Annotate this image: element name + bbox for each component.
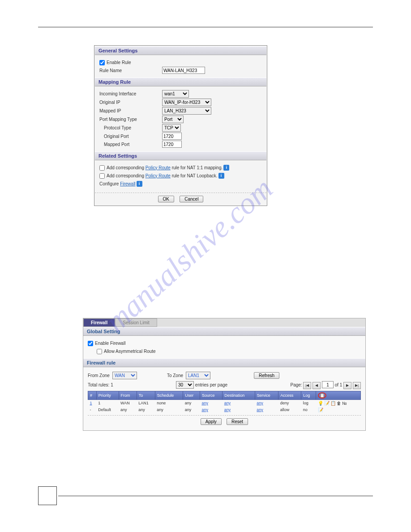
port-mapping-type-select[interactable]: Port bbox=[162, 116, 184, 123]
mapping-rule-header: Mapping Rule bbox=[95, 77, 266, 86]
col-from[interactable]: From bbox=[119, 391, 137, 399]
footer-box bbox=[38, 486, 57, 505]
to-zone-label: To Zone bbox=[167, 373, 183, 378]
protocol-type-label: Protocol Type bbox=[104, 125, 162, 130]
col-actions: 📋 bbox=[316, 391, 360, 399]
refresh-button[interactable]: Refresh bbox=[254, 372, 279, 379]
firewall-panel: Firewall Session Limit Global Setting En… bbox=[83, 318, 366, 431]
move-icon[interactable]: № bbox=[342, 401, 347, 406]
col-log[interactable]: Log bbox=[301, 391, 316, 399]
page-label: Page: bbox=[290, 382, 302, 387]
enable-firewall-label: Enable Firewall bbox=[95, 341, 125, 346]
table-row[interactable]: 1 1 WAN LAN1 none any any any any deny l… bbox=[88, 399, 361, 407]
row-actions: 💡📝📋🗑№ bbox=[316, 399, 360, 407]
nat-rule-panel: General Settings Enable Rule Rule Name M… bbox=[94, 45, 267, 206]
entries-per-page-label: entries per page bbox=[195, 382, 227, 387]
footer-rule bbox=[58, 496, 373, 496]
mapped-ip-label: Mapped IP bbox=[99, 108, 162, 113]
enable-firewall-checkbox[interactable] bbox=[88, 341, 93, 346]
original-ip-label: Original IP bbox=[99, 100, 162, 105]
pager-first-icon[interactable]: |◀ bbox=[303, 382, 311, 389]
copy-icon[interactable]: 📋 bbox=[330, 401, 336, 406]
col-priority[interactable]: Priority bbox=[96, 391, 119, 399]
allow-asymmetrical-label: Allow Asymmetrical Route bbox=[104, 349, 156, 354]
info-icon[interactable]: i bbox=[223, 165, 229, 171]
related-settings-header: Related Settings bbox=[95, 151, 266, 160]
page-input[interactable] bbox=[322, 381, 334, 388]
edit-icon[interactable]: 📝 bbox=[324, 401, 330, 406]
info-icon[interactable]: i bbox=[218, 173, 224, 179]
reset-button[interactable]: Reset bbox=[227, 418, 248, 425]
original-port-input[interactable] bbox=[162, 133, 182, 140]
mapped-port-input[interactable] bbox=[162, 141, 182, 148]
bulb-icon[interactable]: 💡 bbox=[318, 401, 323, 406]
configure-label: Configure bbox=[99, 181, 119, 186]
col-access[interactable]: Access bbox=[278, 391, 301, 399]
firewall-link[interactable]: Firewall bbox=[120, 181, 135, 186]
page-of-label: of 1 bbox=[335, 382, 342, 387]
add-loopback-checkbox[interactable] bbox=[99, 173, 105, 179]
firewall-rules-table: # Priority From To Schedule User Source … bbox=[88, 391, 361, 413]
policy-route-link-2[interactable]: Policy Route bbox=[146, 173, 171, 178]
mapped-port-label: Mapped Port bbox=[104, 142, 162, 147]
col-num[interactable]: # bbox=[88, 391, 97, 399]
to-zone-select[interactable]: LAN1 bbox=[186, 372, 210, 379]
edit-icon[interactable]: 📝 bbox=[318, 408, 323, 412]
col-source[interactable]: Source bbox=[200, 391, 222, 399]
mapped-ip-select[interactable]: LAN_H323 bbox=[162, 107, 211, 115]
apply-button[interactable]: Apply bbox=[201, 418, 222, 425]
loopback-suffix: rule for NAT Loopback. bbox=[172, 173, 218, 178]
original-port-label: Original Port bbox=[104, 134, 162, 139]
pager-prev-icon[interactable]: ◀ bbox=[313, 382, 321, 389]
policy-route-link-1[interactable]: Policy Route bbox=[146, 165, 171, 170]
add-nat11-label: Add corresponding bbox=[107, 165, 144, 170]
rule-name-label: Rule Name bbox=[99, 68, 162, 73]
pager-last-icon[interactable]: ▶| bbox=[353, 382, 361, 389]
incoming-interface-select[interactable]: wan1 bbox=[162, 90, 189, 98]
general-settings-header: General Settings bbox=[95, 46, 266, 55]
global-setting-header: Global Setting bbox=[83, 327, 365, 336]
port-mapping-type-label: Port Mapping Type bbox=[99, 117, 162, 122]
incoming-interface-label: Incoming Interface bbox=[99, 91, 162, 96]
col-schedule[interactable]: Schedule bbox=[155, 391, 183, 399]
protocol-type-select[interactable]: TCP bbox=[162, 124, 181, 132]
allow-asymmetrical-checkbox[interactable] bbox=[97, 349, 102, 354]
cancel-button[interactable]: Cancel bbox=[180, 196, 203, 202]
total-rules-label: Total rules: 1 bbox=[88, 382, 113, 387]
add-rule-icon[interactable]: 📋 bbox=[318, 392, 326, 399]
pager-next-icon[interactable]: ▶ bbox=[343, 382, 351, 389]
info-icon[interactable]: i bbox=[137, 181, 142, 187]
original-ip-select[interactable]: WAN_IP-for-H323 bbox=[162, 99, 211, 106]
entries-per-page-select[interactable]: 30 bbox=[176, 381, 194, 389]
add-nat11-checkbox[interactable] bbox=[99, 165, 105, 171]
col-to[interactable]: To bbox=[137, 391, 155, 399]
table-row[interactable]: - Default any any any any any any any al… bbox=[88, 407, 361, 413]
from-zone-select[interactable]: WAN bbox=[112, 372, 137, 379]
enable-rule-checkbox[interactable] bbox=[99, 60, 105, 65]
rule-name-input[interactable] bbox=[162, 67, 205, 74]
add-loopback-label: Add corresponding bbox=[107, 173, 144, 178]
firewall-rule-header: Firewall rule bbox=[83, 358, 365, 367]
ok-button[interactable]: OK bbox=[158, 196, 174, 202]
col-user[interactable]: User bbox=[183, 391, 200, 399]
enable-rule-label: Enable Rule bbox=[107, 60, 131, 65]
from-zone-label: From Zone bbox=[88, 373, 110, 378]
nat11-suffix: rule for NAT 1:1 mapping. bbox=[172, 165, 223, 170]
col-destination[interactable]: Destination bbox=[223, 391, 255, 399]
delete-icon[interactable]: 🗑 bbox=[337, 401, 341, 406]
tab-session-limit[interactable]: Session Limit bbox=[115, 318, 157, 327]
col-service[interactable]: Service bbox=[255, 391, 278, 399]
tab-firewall[interactable]: Firewall bbox=[83, 318, 115, 327]
